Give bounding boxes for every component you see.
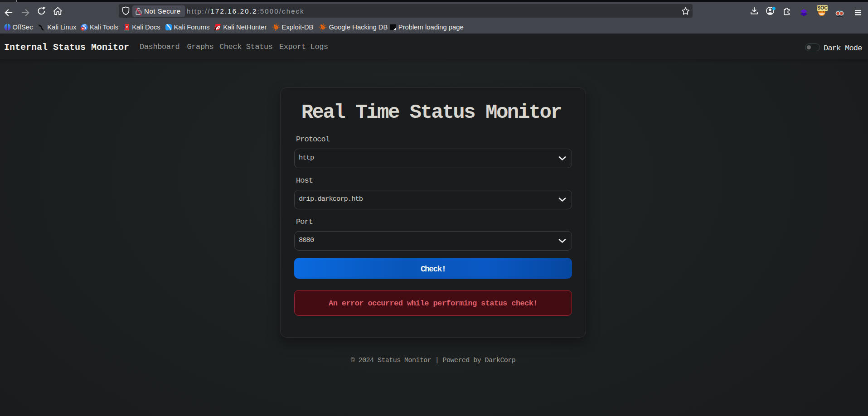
svg-text:SOC: SOC [817, 5, 828, 10]
